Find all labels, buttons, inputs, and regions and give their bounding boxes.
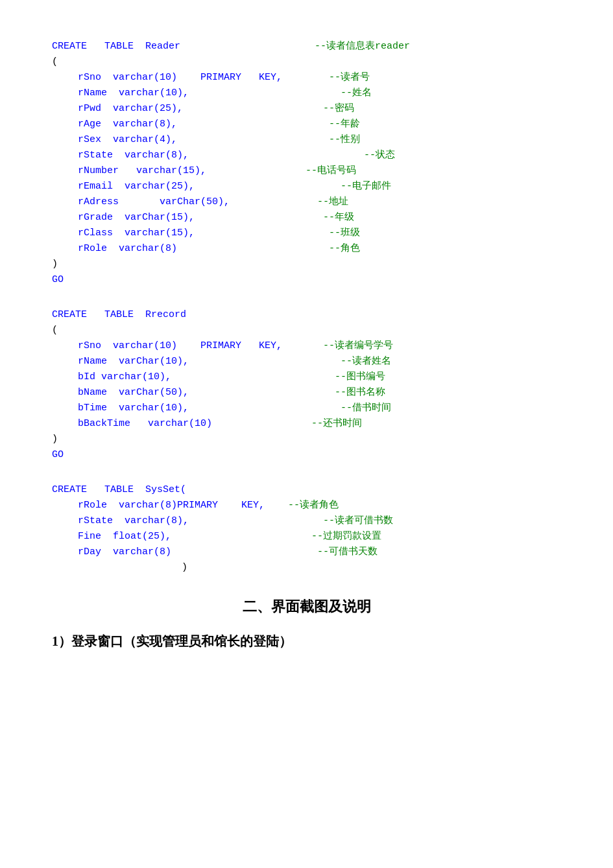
code-line: CREATE TABLE Reader --读者信息表reader [52,39,561,54]
code-line: ( [52,323,561,338]
code-line: ) [52,257,561,272]
keyword-create3: CREATE [52,484,87,495]
code-line: CREATE TABLE Rrecord [52,307,561,323]
code-line: bId varchar(10), --图书编号 [52,369,561,385]
code-line: rNumber varchar(15), --电话号码 [52,163,561,179]
keyword-create2: CREATE [52,309,87,320]
code-line: ) [52,432,561,447]
section-title-2: 二、界面截图及说明 [52,595,561,618]
code-line: rName varchar(10), --姓名 [52,86,561,101]
code-line: ) [52,560,561,576]
code-line: rState varchar(8), --状态 [52,148,561,163]
code-line: rState varchar(8), --读者可借书数 [52,513,561,529]
code-line: rAge varchar(8), --年龄 [52,117,561,132]
sysset-table-block: CREATE TABLE SysSet( rRole varchar(8)PRI… [52,482,561,576]
reader-table-block: CREATE TABLE Reader --读者信息表reader ( rSno… [52,39,561,288]
code-line: rClass varchar(15), --班级 [52,226,561,241]
code-line: rSex varchar(4), --性别 [52,132,561,148]
code-line: rPwd varchar(25), --密码 [52,101,561,117]
code-line: rGrade varChar(15), --年级 [52,210,561,226]
code-line: rSno varchar(10) PRIMARY KEY, --读者编号学号 [52,338,561,354]
code-line: GO [52,272,561,288]
code-line: rRole varchar(8)PRIMARY KEY, --读者角色 [52,498,561,513]
code-line: rDay varchar(8) --可借书天数 [52,545,561,560]
code-line: rEmail varchar(25), --电子邮件 [52,179,561,194]
code-line: bTime varchar(10), --借书时间 [52,401,561,416]
code-line: bBackTime varchar(10) --还书时间 [52,416,561,432]
code-line: rSno varchar(10) PRIMARY KEY, --读者号 [52,70,561,86]
code-line: rName varChar(10), --读者姓名 [52,354,561,369]
code-line: rRole varchar(8) --角色 [52,241,561,257]
code-line: ( [52,54,561,70]
code-line: Fine float(25), --过期罚款设置 [52,529,561,545]
code-line: rAdress varChar(50), --地址 [52,194,561,210]
code-line: CREATE TABLE SysSet( [52,482,561,498]
keyword-create: CREATE [52,41,87,52]
code-line: bName varChar(50), --图书名称 [52,385,561,401]
code-line: GO [52,447,561,463]
rrecord-table-block: CREATE TABLE Rrecord ( rSno varchar(10) … [52,307,561,463]
subsection-title-1: 1）登录窗口（实现管理员和馆长的登陆） [52,631,561,651]
